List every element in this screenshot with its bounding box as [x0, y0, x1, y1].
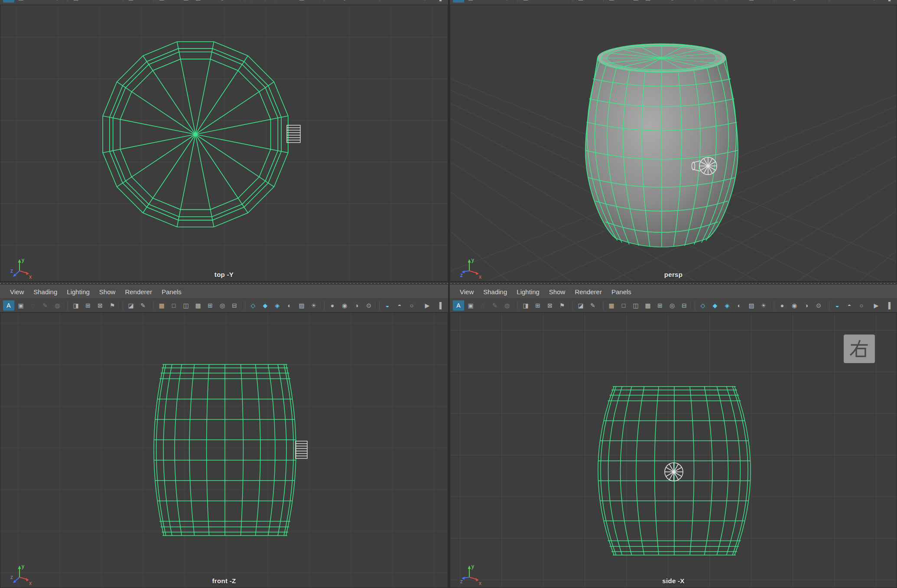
wireframe-display-icon[interactable]: ◇	[697, 0, 708, 3]
bookmark-view-icon[interactable]: ⚑	[107, 0, 118, 3]
resolution-gate-icon[interactable]: ◫	[630, 0, 641, 3]
lasso-select-icon[interactable]: ◌	[477, 300, 488, 311]
textured-display-icon[interactable]: ◈	[722, 0, 733, 3]
select-by-name-icon[interactable]: A	[453, 300, 464, 311]
camera-lock-icon[interactable]: ⊠	[94, 300, 106, 311]
menu-item-renderer[interactable]: Renderer	[120, 287, 157, 297]
snap-to-grid-icon[interactable]: ▣	[15, 300, 26, 311]
pencil-curve-icon[interactable]: ✎	[587, 300, 598, 311]
xray-mode-icon[interactable]: ◒	[832, 0, 843, 3]
select-camera-icon[interactable]: ◨	[70, 0, 81, 3]
resolution-gate-icon[interactable]: ◫	[630, 300, 641, 311]
screen-space-ao-icon[interactable]: ◉	[789, 0, 800, 3]
paint-select-icon[interactable]: ✎	[39, 300, 51, 311]
motion-blur-icon[interactable]: ◑	[801, 0, 812, 3]
wireframe-on-shaded-icon[interactable]: ▨	[296, 300, 307, 311]
motion-blur-icon[interactable]: ◑	[801, 300, 812, 311]
film-gate-icon[interactable]: □	[168, 300, 179, 311]
gate-mask-icon[interactable]: ▩	[192, 0, 204, 3]
select-by-name-icon[interactable]: A	[3, 300, 14, 311]
snap-to-grid-icon[interactable]: ▣	[465, 300, 476, 311]
menu-item-show[interactable]: Show	[544, 287, 570, 297]
shaded-display-icon[interactable]: ◆	[709, 0, 721, 3]
menu-item-show[interactable]: Show	[94, 287, 120, 297]
pane-layout-icon[interactable]: ▐	[883, 300, 894, 311]
wireframe-on-shaded-icon[interactable]: ▨	[746, 0, 757, 3]
isolate-select-icon[interactable]: ▶	[871, 0, 882, 3]
xray-mode-icon[interactable]: ◒	[382, 0, 393, 3]
gamma-icon[interactable]: ○	[856, 300, 867, 311]
use-default-material-icon[interactable]: ◐	[734, 0, 745, 3]
wireframe-display-icon[interactable]: ◇	[247, 0, 259, 3]
screen-space-ao-icon[interactable]: ◉	[339, 0, 350, 3]
field-chart-icon[interactable]: ⊞	[205, 0, 216, 3]
bookmark-view-icon[interactable]: ⚑	[107, 300, 118, 311]
paint-select-icon[interactable]: ✎	[39, 0, 51, 3]
paint-select-icon[interactable]: ✎	[489, 300, 500, 311]
exposure-icon[interactable]: ◓	[844, 0, 855, 3]
menu-item-view[interactable]: View	[455, 287, 478, 297]
snap-to-grid-icon[interactable]: ▣	[465, 0, 476, 3]
menu-item-shading[interactable]: Shading	[29, 287, 62, 297]
image-plane-icon[interactable]: ◪	[125, 0, 136, 3]
gamma-icon[interactable]: ○	[856, 0, 867, 3]
viewport-side[interactable]: y x z side -X	[450, 312, 897, 588]
field-chart-icon[interactable]: ⊞	[654, 0, 666, 3]
use-default-material-icon[interactable]: ◐	[284, 300, 295, 311]
shaded-display-icon[interactable]: ◆	[709, 300, 721, 311]
soft-select-icon[interactable]: ◍	[501, 300, 513, 311]
field-chart-icon[interactable]: ⊞	[654, 300, 666, 311]
gate-mask-icon[interactable]: ▩	[642, 300, 653, 311]
safe-action-icon[interactable]: ◎	[666, 300, 678, 311]
film-gate-icon[interactable]: □	[618, 300, 629, 311]
gamma-icon[interactable]: ○	[406, 300, 417, 311]
pane-layout-icon[interactable]: ▐	[434, 300, 445, 311]
film-gate-icon[interactable]: □	[618, 0, 629, 3]
use-default-material-icon[interactable]: ◐	[734, 300, 745, 311]
grid-toggle-icon[interactable]: ▦	[606, 300, 617, 311]
camera-lock-icon[interactable]: ⊠	[544, 0, 556, 3]
shaded-display-icon[interactable]: ◆	[260, 300, 271, 311]
safe-action-icon[interactable]: ◎	[217, 300, 228, 311]
multisample-aa-icon[interactable]: ⊙	[813, 300, 824, 311]
menu-item-lighting[interactable]: Lighting	[62, 287, 94, 297]
screen-space-ao-icon[interactable]: ◉	[789, 300, 800, 311]
shadows-icon[interactable]: ●	[327, 0, 338, 3]
menu-item-shading[interactable]: Shading	[478, 287, 512, 297]
paint-select-icon[interactable]: ✎	[489, 0, 500, 3]
grid-toggle-icon[interactable]: ▦	[606, 0, 617, 3]
lighting-mode-icon[interactable]: ☀	[758, 300, 769, 311]
select-camera-icon[interactable]: ◨	[70, 300, 81, 311]
select-camera-icon[interactable]: ◨	[520, 0, 531, 3]
snap-to-grid-icon[interactable]: ▣	[15, 0, 26, 3]
menu-item-lighting[interactable]: Lighting	[512, 287, 544, 297]
wireframe-display-icon[interactable]: ◇	[697, 300, 708, 311]
film-gate-icon[interactable]: □	[168, 0, 179, 3]
motion-blur-icon[interactable]: ◑	[351, 0, 362, 3]
menu-item-renderer[interactable]: Renderer	[570, 287, 607, 297]
safe-title-icon[interactable]: ⊟	[229, 300, 240, 311]
pane-layout-icon[interactable]: ▐	[434, 0, 445, 3]
wireframe-on-shaded-icon[interactable]: ▨	[746, 300, 757, 311]
lighting-mode-icon[interactable]: ☀	[308, 300, 319, 311]
shadows-icon[interactable]: ●	[777, 300, 788, 311]
screen-space-ao-icon[interactable]: ◉	[339, 300, 350, 311]
pencil-curve-icon[interactable]: ✎	[587, 0, 598, 3]
shaded-display-icon[interactable]: ◆	[260, 0, 271, 3]
safe-title-icon[interactable]: ⊟	[679, 0, 690, 3]
isolate-select-icon[interactable]: ▶	[422, 300, 433, 311]
camera-settings-icon[interactable]: ⊞	[82, 300, 94, 311]
bookmark-view-icon[interactable]: ⚑	[556, 300, 568, 311]
xray-mode-icon[interactable]: ◒	[382, 300, 393, 311]
menu-item-view[interactable]: View	[5, 287, 29, 297]
menu-item-panels[interactable]: Panels	[607, 287, 636, 297]
resolution-gate-icon[interactable]: ◫	[180, 0, 192, 3]
grid-toggle-icon[interactable]: ▦	[156, 0, 167, 3]
textured-display-icon[interactable]: ◈	[722, 300, 733, 311]
gamma-icon[interactable]: ○	[406, 0, 417, 3]
camera-settings-icon[interactable]: ⊞	[82, 0, 94, 3]
shadows-icon[interactable]: ●	[777, 0, 788, 3]
safe-action-icon[interactable]: ◎	[666, 0, 678, 3]
image-plane-icon[interactable]: ◪	[575, 0, 586, 3]
image-plane-icon[interactable]: ◪	[125, 300, 136, 311]
